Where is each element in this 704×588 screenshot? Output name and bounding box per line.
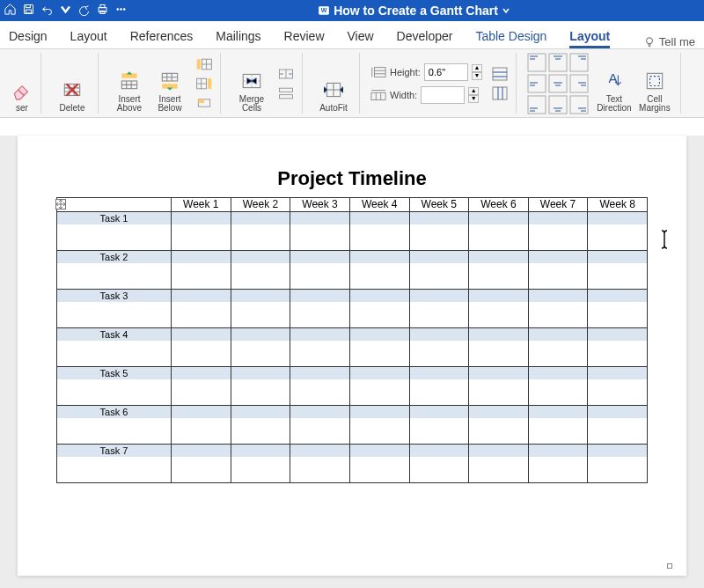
header-week[interactable]: Week 7 bbox=[528, 198, 588, 212]
insert-left-button[interactable] bbox=[194, 55, 215, 73]
home-icon[interactable] bbox=[4, 3, 17, 18]
table-cell[interactable] bbox=[528, 406, 588, 445]
table-row[interactable]: Task 4 bbox=[57, 328, 648, 367]
table-cell[interactable] bbox=[588, 212, 648, 251]
table-cell[interactable] bbox=[528, 212, 588, 251]
redo-icon[interactable] bbox=[77, 3, 91, 18]
height-down-button[interactable]: ▼ bbox=[472, 72, 482, 80]
tell-me-search[interactable]: Tell me bbox=[643, 35, 695, 48]
autofit-button[interactable]: AutoFit bbox=[313, 55, 354, 113]
eraser-button[interactable]: ser bbox=[9, 55, 35, 113]
table-cell[interactable] bbox=[409, 406, 469, 445]
tab-table-design[interactable]: Table Design bbox=[475, 29, 546, 48]
align-mc-button[interactable] bbox=[548, 74, 568, 93]
table-cell[interactable] bbox=[349, 406, 409, 445]
table-cell[interactable] bbox=[231, 406, 290, 445]
table-row[interactable]: Task 1 bbox=[57, 212, 648, 251]
header-week[interactable]: Week 2 bbox=[231, 198, 290, 212]
table-cell[interactable] bbox=[469, 212, 529, 251]
align-ml-button[interactable] bbox=[527, 74, 546, 93]
table-cell[interactable] bbox=[588, 445, 648, 483]
table-cell[interactable] bbox=[588, 328, 648, 367]
table-row[interactable]: Task 3 bbox=[57, 290, 648, 328]
insert-right-button[interactable] bbox=[194, 75, 215, 92]
align-bl-button[interactable] bbox=[527, 95, 546, 114]
table-cell[interactable] bbox=[172, 328, 231, 367]
table-cell[interactable] bbox=[172, 367, 231, 406]
width-up-button[interactable]: ▲ bbox=[468, 87, 479, 95]
tab-table-layout[interactable]: Layout bbox=[569, 29, 610, 48]
table-cell[interactable] bbox=[231, 445, 290, 483]
delete-button[interactable]: Delete bbox=[52, 55, 92, 113]
table-cell[interactable] bbox=[528, 290, 588, 328]
table-cell[interactable] bbox=[231, 328, 290, 367]
header-week[interactable]: Week 8 bbox=[588, 198, 648, 212]
table-row[interactable]: Task 7 bbox=[57, 445, 648, 483]
align-mr-button[interactable] bbox=[569, 74, 589, 93]
table-cell[interactable] bbox=[349, 290, 409, 328]
table-cell[interactable] bbox=[469, 367, 529, 406]
table-cell[interactable] bbox=[349, 367, 409, 406]
table-cell[interactable] bbox=[349, 212, 409, 251]
task-label-cell[interactable]: Task 1 bbox=[57, 212, 172, 251]
align-br-button[interactable] bbox=[569, 95, 589, 114]
table-cell[interactable] bbox=[349, 445, 409, 483]
table-cell[interactable] bbox=[588, 367, 648, 406]
table-cell[interactable] bbox=[409, 445, 469, 483]
save-icon[interactable] bbox=[22, 3, 35, 18]
table-cell[interactable] bbox=[469, 445, 529, 483]
table-cell[interactable] bbox=[469, 328, 529, 367]
split-table-button[interactable] bbox=[275, 85, 297, 102]
align-tr-button[interactable] bbox=[569, 53, 589, 72]
table-cell[interactable] bbox=[231, 290, 290, 328]
tab-review[interactable]: Review bbox=[284, 29, 325, 48]
document-title[interactable]: W How to Create a Gantt Chart bbox=[128, 4, 700, 18]
table-cell[interactable] bbox=[290, 328, 350, 367]
tab-view[interactable]: View bbox=[348, 29, 374, 48]
split-cells-button[interactable] bbox=[275, 65, 297, 83]
align-tc-button[interactable] bbox=[548, 53, 568, 72]
insert-above-button[interactable]: Insert Above bbox=[109, 55, 150, 113]
table-cell[interactable] bbox=[290, 406, 350, 445]
table-move-handle[interactable] bbox=[55, 199, 66, 209]
width-input[interactable] bbox=[421, 86, 465, 104]
gantt-table[interactable]: Week 1 Week 2 Week 3 Week 4 Week 5 Week … bbox=[56, 197, 648, 483]
header-week[interactable]: Week 5 bbox=[409, 198, 469, 212]
header-corner[interactable] bbox=[57, 198, 172, 212]
document-area[interactable]: Project Timeline Week 1 Week 2 Week 3 We… bbox=[0, 136, 704, 588]
tab-design[interactable]: Design bbox=[9, 29, 48, 48]
table-cell[interactable] bbox=[588, 290, 648, 328]
table-row[interactable]: Task 5 bbox=[57, 367, 648, 406]
page[interactable]: Project Timeline Week 1 Week 2 Week 3 We… bbox=[18, 136, 686, 576]
tab-mailings[interactable]: Mailings bbox=[216, 29, 260, 48]
table-resize-handle[interactable] bbox=[667, 563, 672, 569]
table-cell[interactable] bbox=[588, 406, 648, 445]
table-cell[interactable] bbox=[528, 367, 588, 406]
table-cell[interactable] bbox=[290, 290, 350, 328]
undo-dropdown-icon[interactable] bbox=[59, 3, 72, 18]
height-input[interactable] bbox=[424, 63, 468, 81]
page-title[interactable]: Project Timeline bbox=[28, 167, 676, 190]
height-up-button[interactable]: ▲ bbox=[472, 64, 482, 72]
table-cell[interactable] bbox=[409, 290, 469, 328]
table-cell[interactable] bbox=[469, 251, 529, 290]
table-row[interactable]: Task 6 bbox=[57, 406, 648, 445]
tab-references[interactable]: References bbox=[130, 29, 194, 48]
table-cell[interactable] bbox=[528, 251, 588, 290]
width-down-button[interactable]: ▼ bbox=[468, 95, 479, 103]
table-cell[interactable] bbox=[290, 251, 350, 290]
header-week[interactable]: Week 1 bbox=[172, 198, 231, 212]
undo-icon[interactable] bbox=[40, 3, 54, 18]
table-row[interactable]: Task 2 bbox=[57, 251, 648, 290]
table-cell[interactable] bbox=[469, 406, 529, 445]
table-cell[interactable] bbox=[409, 212, 469, 251]
table-cell[interactable] bbox=[528, 445, 588, 483]
insert-cells-button[interactable] bbox=[194, 94, 215, 112]
table-cell[interactable] bbox=[172, 406, 231, 445]
table-cell[interactable] bbox=[290, 367, 350, 406]
more-icon[interactable] bbox=[114, 3, 128, 18]
task-label-cell[interactable]: Task 2 bbox=[57, 251, 172, 290]
table-cell[interactable] bbox=[231, 367, 290, 406]
table-cell[interactable] bbox=[409, 328, 469, 367]
align-tl-button[interactable] bbox=[527, 53, 546, 72]
